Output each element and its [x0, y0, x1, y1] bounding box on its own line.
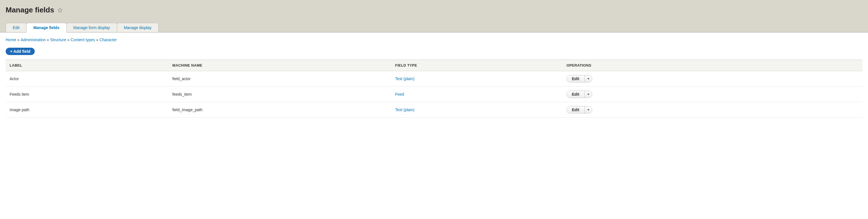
operations-dropbutton[interactable]: Edit — [566, 75, 592, 83]
field-type-link[interactable]: Text (plain) — [395, 76, 414, 81]
breadcrumb-link-administration[interactable]: Administration — [21, 37, 46, 42]
breadcrumb-separator: » — [47, 37, 49, 42]
col-header-operations: OPERATIONS — [562, 60, 862, 71]
cell-operations: Edit — [562, 71, 862, 87]
col-header-label: LABEL — [6, 60, 168, 71]
breadcrumb-link-character[interactable]: Character — [99, 37, 117, 42]
tab-manage-display[interactable]: Manage display — [117, 23, 159, 32]
cell-field-type: Text (plain) — [391, 102, 562, 118]
fields-table: LABEL MACHINE NAME FIELD TYPE OPERATIONS… — [6, 60, 862, 118]
cell-machine-name: field_image_path — [168, 102, 391, 118]
cell-label: Image path — [6, 102, 168, 118]
cell-operations: Edit — [562, 87, 862, 102]
operations-dropbutton[interactable]: Edit — [566, 91, 592, 98]
cell-label: Feeds item — [6, 87, 168, 102]
table-row: Feeds itemfeeds_itemFeedEdit — [6, 87, 862, 102]
table-header-row: LABEL MACHINE NAME FIELD TYPE OPERATIONS — [6, 60, 862, 71]
table-row: Image pathfield_image_pathText (plain)Ed… — [6, 102, 862, 118]
edit-button[interactable]: Edit — [567, 91, 584, 98]
edit-button[interactable]: Edit — [567, 75, 584, 82]
header-region: Manage fields EditManage fieldsManage fo… — [0, 0, 868, 32]
tab-manage-form-display[interactable]: Manage form display — [66, 23, 117, 32]
breadcrumb-separator: » — [17, 37, 20, 42]
breadcrumb-separator: » — [67, 37, 69, 42]
tab-manage-fields[interactable]: Manage fields — [26, 23, 67, 32]
dropbutton-toggle[interactable] — [585, 91, 592, 98]
col-header-machine: MACHINE NAME — [168, 60, 391, 71]
chevron-down-icon — [587, 109, 589, 111]
dropbutton-toggle[interactable] — [585, 75, 592, 82]
breadcrumb-separator: » — [96, 37, 98, 42]
dropbutton-toggle[interactable] — [585, 106, 592, 113]
chevron-down-icon — [587, 94, 589, 95]
page-title-wrap: Manage fields — [6, 6, 862, 14]
field-type-link[interactable]: Text (plain) — [395, 107, 414, 112]
cell-machine-name: field_actor — [168, 71, 391, 87]
cell-field-type: Text (plain) — [391, 71, 562, 87]
cell-operations: Edit — [562, 102, 862, 118]
tab-edit[interactable]: Edit — [6, 23, 27, 32]
edit-button[interactable]: Edit — [567, 106, 584, 113]
table-row: Actorfield_actorText (plain)Edit — [6, 71, 862, 87]
cell-field-type: Feed — [391, 87, 562, 102]
page-title: Manage fields — [6, 6, 54, 14]
breadcrumb: Home»Administration»Structure»Content ty… — [6, 37, 862, 42]
cell-machine-name: feeds_item — [168, 87, 391, 102]
breadcrumb-link-content-types[interactable]: Content types — [70, 37, 95, 42]
field-type-link[interactable]: Feed — [395, 92, 404, 96]
cell-label: Actor — [6, 71, 168, 87]
operations-dropbutton[interactable]: Edit — [566, 106, 592, 114]
tabs: EditManage fieldsManage form displayMana… — [6, 23, 862, 32]
breadcrumb-link-structure[interactable]: Structure — [50, 37, 66, 42]
breadcrumb-link-home[interactable]: Home — [6, 37, 16, 42]
chevron-down-icon — [587, 78, 589, 80]
col-header-type: FIELD TYPE — [391, 60, 562, 71]
star-icon[interactable] — [58, 8, 63, 13]
content-region: Home»Administration»Structure»Content ty… — [0, 32, 868, 123]
add-field-button[interactable]: + Add field — [6, 48, 35, 55]
